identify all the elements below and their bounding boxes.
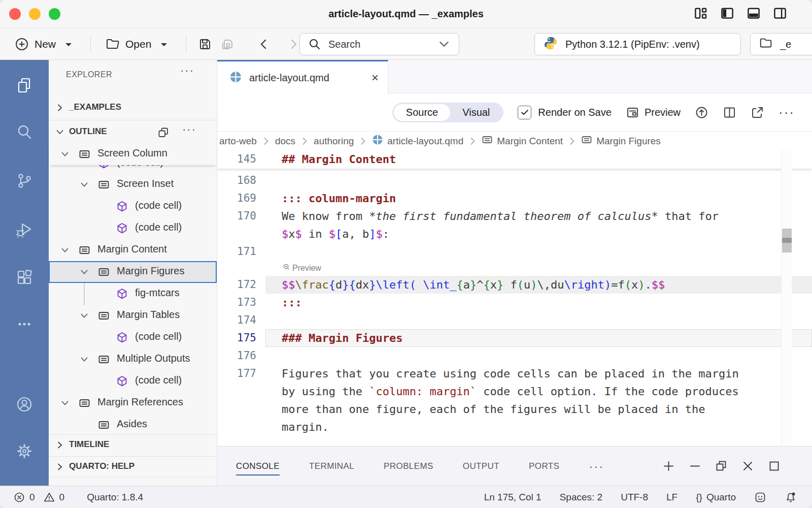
outline-item-margin-content[interactable]: Margin Content bbox=[49, 239, 217, 261]
panel-more-tabs-icon[interactable]: ··· bbox=[589, 464, 604, 469]
codelens-preview-action[interactable]: Preview bbox=[265, 261, 321, 276]
codelens-row[interactable]: Preview bbox=[217, 261, 812, 276]
panel-tab-problems[interactable]: PROBLEMS bbox=[384, 457, 433, 475]
panel-tab-output[interactable]: OUTPUT bbox=[463, 457, 499, 475]
outline-item-screen-column[interactable]: Screen Column bbox=[49, 143, 217, 165]
more-views-icon[interactable] bbox=[16, 315, 33, 333]
code-line-172[interactable]: 172$$\frac{d}{dx}\left( \int_{a}^{x} f(u… bbox=[217, 276, 812, 294]
chevron-down-icon[interactable] bbox=[436, 37, 452, 52]
open-button[interactable]: Open bbox=[102, 37, 175, 52]
outline-item-code-cell[interactable]: (code cell) bbox=[49, 370, 217, 392]
panel-restore-icon[interactable] bbox=[715, 460, 728, 472]
outline-item-margin-figures[interactable]: Margin Figures bbox=[49, 261, 217, 283]
navigate-forward-icon[interactable] bbox=[286, 37, 301, 52]
python-interpreter-button[interactable]: Python 3.12.1 (PipEnv: .venv) bbox=[534, 33, 741, 55]
panel-new-icon[interactable] bbox=[662, 460, 675, 472]
encoding-status[interactable]: UTF-8 bbox=[621, 492, 648, 503]
notifications-bell-icon[interactable] bbox=[785, 491, 797, 503]
code-line-174[interactable]: 174 bbox=[217, 311, 812, 329]
breadcrumb-item-margin-figures[interactable]: Margin Figures bbox=[581, 134, 661, 148]
sidebar-section-quarto-help[interactable]: QUARTO: HELP bbox=[49, 456, 217, 478]
sticky-code-line[interactable]: 145## Margin Content bbox=[217, 150, 396, 168]
save-icon[interactable] bbox=[197, 37, 213, 52]
code-line-168[interactable]: 168 bbox=[217, 172, 812, 189]
account-icon[interactable] bbox=[16, 396, 33, 413]
feedback-smiley-icon[interactable] bbox=[754, 491, 766, 503]
code-line-wrap[interactable]: by using the `column: margin` code cell … bbox=[217, 383, 812, 400]
extensions-icon[interactable] bbox=[16, 269, 33, 286]
outline-item-margin-tables[interactable]: Margin Tables bbox=[49, 305, 217, 327]
explorer-more-actions-icon[interactable]: ··· bbox=[180, 68, 194, 73]
files-icon[interactable] bbox=[16, 77, 33, 94]
navigate-back-icon[interactable] bbox=[256, 37, 272, 52]
breadcrumb-item-docs[interactable]: docs bbox=[275, 136, 295, 147]
split-editor-icon[interactable] bbox=[723, 106, 736, 119]
new-button[interactable]: New bbox=[11, 37, 79, 52]
publish-icon[interactable] bbox=[695, 106, 708, 119]
sidebar-section-examples[interactable]: _EXAMPLES bbox=[49, 98, 217, 118]
panel-tab-terminal[interactable]: TERMINAL bbox=[309, 457, 354, 475]
outline-item-asides[interactable]: Asides bbox=[49, 414, 217, 436]
panel-minimize-icon[interactable] bbox=[689, 460, 701, 472]
problems-status[interactable]: 0 0 bbox=[13, 491, 64, 503]
panel-tab-console[interactable]: CONSOLE bbox=[236, 457, 280, 475]
settings-gear-icon[interactable] bbox=[16, 442, 33, 460]
code-line-175[interactable]: 175### Margin Figures bbox=[217, 329, 812, 347]
visual-mode-button[interactable]: Visual bbox=[450, 104, 502, 121]
close-tab-icon[interactable]: × bbox=[371, 72, 379, 84]
sticky-scroll-line[interactable]: 145## Margin Content bbox=[217, 150, 812, 169]
tab-article-layout[interactable]: article-layout.qmd × bbox=[217, 60, 388, 94]
code-editor[interactable]: 145## Margin Content 168169::: column-ma… bbox=[217, 150, 812, 446]
code-line-wrap[interactable]: $x$ in $[a, b]$: bbox=[217, 225, 812, 243]
code-token: We know from bbox=[282, 210, 369, 223]
eol-status[interactable]: LF bbox=[666, 492, 678, 503]
code-line-176[interactable]: 176 bbox=[217, 347, 812, 365]
breadcrumb-item-arto-web[interactable]: arto-web bbox=[219, 136, 257, 147]
editor-more-actions-icon[interactable]: ··· bbox=[779, 110, 795, 115]
breadcrumb-item-margin-content[interactable]: Margin Content bbox=[482, 134, 563, 148]
toggle-primary-sidebar-icon[interactable] bbox=[720, 6, 735, 23]
panel-tab-ports[interactable]: PORTS bbox=[529, 457, 559, 475]
panel-maximize-icon[interactable] bbox=[768, 460, 781, 472]
editor-scrollbar[interactable] bbox=[781, 150, 792, 446]
code-line-170[interactable]: 170We know from *the first fundamental t… bbox=[217, 207, 812, 225]
customize-layout-icon[interactable] bbox=[693, 6, 708, 23]
code-line-169[interactable]: 169::: column-margin bbox=[217, 189, 812, 207]
outline-item-fig-mtcars[interactable]: fig-mtcars bbox=[49, 283, 217, 305]
workspace-folder-button[interactable]: _e bbox=[750, 33, 812, 55]
code-line-wrap[interactable]: margin. bbox=[217, 418, 812, 436]
outline-item-code-cell[interactable]: (code cell) bbox=[49, 196, 217, 217]
code-line-wrap[interactable]: more than one figure, each of the figure… bbox=[217, 400, 812, 418]
code-line-171[interactable]: 171 bbox=[217, 243, 812, 261]
search-input[interactable]: Search bbox=[299, 33, 459, 55]
outline-item-code-cell[interactable]: (code cell) bbox=[49, 217, 217, 239]
outline-item-screen-inset[interactable]: Screen Inset bbox=[49, 174, 217, 196]
save-all-icon[interactable] bbox=[220, 37, 235, 52]
toggle-secondary-sidebar-icon[interactable] bbox=[772, 6, 788, 23]
code-line-173[interactable]: 173::: bbox=[217, 294, 812, 311]
outline-item-multiple-outputs[interactable]: Multiple Outputs bbox=[49, 348, 217, 370]
collapse-all-icon[interactable] bbox=[157, 126, 170, 141]
cursor-position-status[interactable]: Ln 175, Col 1 bbox=[484, 492, 542, 503]
source-mode-button[interactable]: Source bbox=[394, 104, 450, 121]
open-external-icon[interactable] bbox=[751, 106, 764, 119]
breadcrumb-item-authoring[interactable]: authoring bbox=[314, 136, 354, 147]
source-control-icon[interactable] bbox=[16, 172, 33, 189]
outline-item-code-cell[interactable]: (code cell) bbox=[49, 327, 217, 348]
toggle-panel-icon[interactable] bbox=[746, 6, 761, 23]
panel-close-icon[interactable] bbox=[741, 460, 754, 472]
preview-button[interactable]: Preview bbox=[626, 106, 681, 119]
language-mode-status[interactable]: {} Quarto bbox=[696, 492, 736, 503]
breadcrumb-item-article-layout-qmd[interactable]: article-layout.qmd bbox=[372, 134, 463, 148]
indentation-status[interactable]: Spaces: 2 bbox=[560, 492, 603, 503]
sidebar-section-timeline[interactable]: TIMELINE bbox=[49, 434, 217, 456]
code-line-177[interactable]: 177Figures that you create using code ce… bbox=[217, 365, 812, 383]
outline-item-margin-references[interactable]: Margin References bbox=[49, 392, 217, 414]
search-sidebar-icon[interactable] bbox=[16, 123, 33, 141]
quarto-version-status[interactable]: Quarto: 1.8.4 bbox=[87, 492, 143, 503]
outline-more-actions-icon[interactable]: ··· bbox=[182, 127, 196, 132]
render-on-save-toggle[interactable]: Render on Save bbox=[518, 106, 612, 119]
chevron-right-icon bbox=[468, 136, 477, 146]
run-debug-icon[interactable] bbox=[16, 221, 33, 238]
sidebar-section-outline[interactable]: OUTLINE ··· bbox=[49, 122, 217, 143]
